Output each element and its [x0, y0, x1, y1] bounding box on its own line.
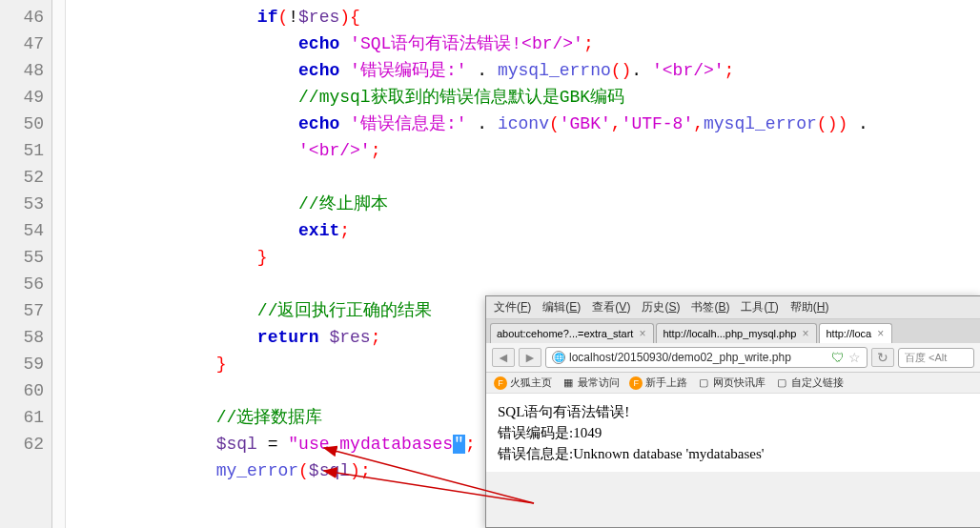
folder-icon: ▢ [697, 376, 710, 390]
code-line[interactable]: } [92, 244, 980, 271]
menubar-item[interactable]: 书签(B) [691, 299, 729, 315]
reload-button[interactable]: ↻ [871, 348, 894, 367]
menubar-item[interactable]: 文件(F) [494, 299, 531, 315]
bookmark-bar[interactable]: F 火狐主页▦ 最常访问F 新手上路▢ 网页快讯库▢ 自定义链接 [486, 373, 980, 394]
browser-tab[interactable]: http://localh...php_mysql.php× [656, 323, 817, 343]
folder-icon: ▢ [775, 376, 788, 390]
menubar-item[interactable]: 帮助(H) [790, 299, 829, 315]
browser-menubar[interactable]: 文件(F)编辑(E)查看(V)历史(S)书签(B)工具(T)帮助(H) [486, 296, 980, 319]
bookmark-item[interactable]: ▦ 最常访问 [561, 376, 620, 390]
code-line[interactable] [92, 164, 980, 191]
forward-button[interactable]: ► [519, 348, 541, 367]
browser-tab[interactable]: about:cehome?...=extra_start× [490, 323, 654, 343]
output-line: 错误编码是:1049 [498, 422, 969, 443]
menubar-item[interactable]: 历史(S) [642, 299, 680, 315]
line-number: 59 [0, 351, 44, 377]
browser-content: SQL语句有语法错误!错误编码是:1049错误信息是:Unknown datab… [486, 394, 980, 472]
tab-label: http://localh...php_mysql.php [663, 328, 796, 339]
search-box[interactable]: 百度 <Alt [898, 348, 974, 368]
line-number: 50 [0, 111, 44, 137]
close-icon[interactable]: × [800, 327, 810, 340]
menubar-item[interactable]: 工具(T) [741, 299, 778, 315]
line-number: 55 [0, 244, 44, 271]
code-line[interactable]: echo '错误信息是:' . iconv('GBK','UTF-8',mysq… [92, 111, 980, 137]
line-number: 56 [0, 271, 44, 297]
bookmark-item[interactable]: F 火狐主页 [494, 376, 552, 390]
code-line[interactable]: //终止脚本 [92, 191, 980, 217]
code-line[interactable]: //mysql获取到的错误信息默认是GBK编码 [92, 84, 980, 111]
code-line[interactable]: echo '错误编码是:' . mysql_errno(). '<br/>'; [92, 57, 980, 84]
line-number: 60 [0, 377, 44, 404]
line-number: 62 [0, 431, 44, 457]
line-number: 53 [0, 191, 44, 217]
output-line: SQL语句有语法错误! [498, 401, 969, 422]
code-line[interactable]: if(!$res){ [92, 4, 980, 30]
code-line[interactable]: exit; [92, 217, 980, 244]
bookmark-star-icon[interactable]: ☆ [848, 350, 861, 365]
firefox-icon: F [494, 376, 507, 390]
line-number: 46 [0, 4, 44, 30]
bookmark-item[interactable]: F 新手上路 [629, 376, 687, 390]
url-text: localhost/20150930/demo02_php_write.php [569, 351, 791, 364]
code-line[interactable] [92, 271, 980, 297]
folder-icon: ▦ [561, 376, 575, 390]
bookmark-item[interactable]: ▢ 自定义链接 [775, 376, 844, 390]
bookmark-item[interactable]: ▢ 网页快讯库 [697, 376, 766, 390]
line-number: 54 [0, 217, 44, 244]
line-number: 57 [0, 297, 44, 324]
tab-label: http://loca [826, 328, 871, 339]
code-line[interactable]: echo 'SQL语句有语法错误!<br/>'; [92, 30, 980, 57]
menubar-item[interactable]: 查看(V) [592, 299, 630, 315]
line-number-gutter: 4647484950515253545556575859606162 [0, 0, 52, 528]
line-number: 49 [0, 84, 44, 111]
line-number: 61 [0, 404, 44, 431]
close-icon[interactable]: × [875, 327, 886, 340]
line-number: 48 [0, 57, 44, 84]
browser-tab-strip[interactable]: about:cehome?...=extra_start×http://loca… [486, 319, 980, 343]
browser-toolbar: ◄ ► 🌐 localhost/20150930/demo02_php_writ… [486, 343, 980, 373]
fold-bar [52, 0, 66, 528]
line-number: 51 [0, 137, 44, 164]
globe-icon: 🌐 [552, 351, 565, 364]
code-line[interactable]: '<br/>'; [92, 137, 980, 164]
shield-icon[interactable]: 🛡 [831, 350, 845, 365]
close-icon[interactable]: × [637, 327, 647, 340]
line-number: 58 [0, 324, 44, 351]
url-bar[interactable]: 🌐 localhost/20150930/demo02_php_write.ph… [545, 347, 868, 368]
firefox-icon: F [629, 376, 643, 390]
tab-label: about:cehome?...=extra_start [497, 328, 633, 339]
output-line: 错误信息是:Unknown database 'mydatabases' [498, 443, 969, 464]
line-number: 47 [0, 30, 44, 57]
browser-tab[interactable]: http://loca× [819, 323, 892, 343]
menubar-item[interactable]: 编辑(E) [542, 299, 581, 315]
browser-window: 文件(F)编辑(E)查看(V)历史(S)书签(B)工具(T)帮助(H) abou… [485, 295, 980, 528]
back-button[interactable]: ◄ [492, 348, 515, 367]
line-number: 52 [0, 164, 44, 191]
